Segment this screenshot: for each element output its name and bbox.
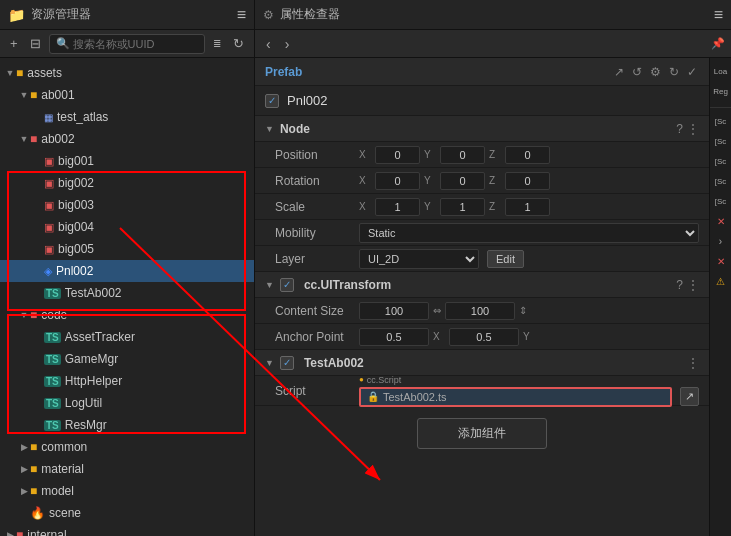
section-header-node[interactable]: ▼ Node ? ⋮ bbox=[255, 116, 709, 142]
ts-icon: TS bbox=[44, 354, 61, 365]
sidebar-reg-btn[interactable]: Reg bbox=[712, 82, 730, 100]
sidebar-error2-btn[interactable]: ✕ bbox=[712, 252, 730, 270]
tree-item-code[interactable]: ▼ ■ code bbox=[0, 304, 254, 326]
anchor-x[interactable] bbox=[359, 328, 429, 346]
pin-button[interactable]: 📌 bbox=[711, 37, 725, 50]
search-box[interactable]: 🔍 bbox=[49, 34, 205, 54]
uitransform-enabled-checkbox[interactable] bbox=[280, 278, 294, 292]
rotation-x[interactable] bbox=[375, 172, 420, 190]
delete-button[interactable]: ⊟ bbox=[26, 34, 45, 53]
tree-item-big003[interactable]: ▣ big003 bbox=[0, 194, 254, 216]
add-button[interactable]: + bbox=[6, 34, 22, 53]
tree-item-ab001[interactable]: ▼ ■ ab001 bbox=[0, 84, 254, 106]
y-label: Y bbox=[424, 149, 436, 160]
layer-dropdown[interactable]: UI_2D bbox=[359, 249, 479, 269]
tree-item-test-atlas[interactable]: ▦ test_atlas bbox=[0, 106, 254, 128]
folder-red-icon: ■ bbox=[30, 308, 37, 322]
sidebar-warning-btn[interactable]: ⚠ bbox=[712, 272, 730, 290]
sidebar-sc5-btn[interactable]: [Sc bbox=[712, 192, 730, 210]
search-input[interactable] bbox=[73, 38, 198, 50]
tree-item-big004[interactable]: ▣ big004 bbox=[0, 216, 254, 238]
position-z[interactable] bbox=[505, 146, 550, 164]
open-prefab-btn[interactable]: ↗ bbox=[612, 63, 626, 81]
section-header-uitransform[interactable]: ▼ cc.UITransform ? ⋮ bbox=[255, 272, 709, 298]
scale-y[interactable] bbox=[440, 198, 485, 216]
sidebar-arrow-btn[interactable]: › bbox=[712, 232, 730, 250]
refresh-button[interactable]: ↻ bbox=[229, 34, 248, 53]
section-header-testab002[interactable]: ▼ TestAb002 ⋮ bbox=[255, 350, 709, 376]
right-panel-hamburger[interactable]: ≡ bbox=[714, 6, 723, 24]
tree-item-scene[interactable]: 🔥 scene bbox=[0, 502, 254, 524]
tree-item-assettracker[interactable]: TS AssetTracker bbox=[0, 326, 254, 348]
item-label: code bbox=[41, 308, 67, 322]
position-y[interactable] bbox=[440, 146, 485, 164]
position-label: Position bbox=[275, 148, 355, 162]
mobility-label: Mobility bbox=[275, 226, 355, 240]
tree-item-common[interactable]: ▶ ■ common bbox=[0, 436, 254, 458]
sort-button[interactable]: ≣ bbox=[209, 36, 225, 51]
script-browse-button[interactable]: ↗ bbox=[680, 387, 699, 406]
scale-z[interactable] bbox=[505, 198, 550, 216]
folder-icon: ■ bbox=[30, 88, 37, 102]
content-size-h[interactable] bbox=[445, 302, 515, 320]
check-prefab-btn[interactable]: ✓ bbox=[685, 63, 699, 81]
layer-edit-button[interactable]: Edit bbox=[487, 250, 524, 268]
sidebar-error-btn[interactable]: ✕ bbox=[712, 212, 730, 230]
script-field[interactable]: 🔒 TestAb002.ts bbox=[359, 387, 672, 407]
tree-item-assets[interactable]: ▼ ■ assets bbox=[0, 62, 254, 84]
hamburger-menu[interactable]: ≡ bbox=[237, 6, 246, 24]
settings-prefab-btn[interactable]: ⚙ bbox=[648, 63, 663, 81]
tree-item-logutil[interactable]: TS LogUtil bbox=[0, 392, 254, 414]
sidebar-sc1-btn[interactable]: [Sc bbox=[712, 112, 730, 130]
tree-item-big001[interactable]: ▣ big001 bbox=[0, 150, 254, 172]
tree-item-testab002-file[interactable]: TS TestAb002 bbox=[0, 282, 254, 304]
item-label: LogUtil bbox=[65, 396, 102, 410]
prefab-blue-icon: ◈ bbox=[44, 265, 52, 278]
section-help-icon: ? bbox=[676, 278, 683, 292]
expand-icon: ▼ bbox=[4, 68, 16, 78]
item-label: assets bbox=[27, 66, 62, 80]
scale-row: Scale X Y Z bbox=[255, 194, 709, 220]
tree-item-internal[interactable]: ▶ ■ internal bbox=[0, 524, 254, 536]
tree-item-material[interactable]: ▶ ■ material bbox=[0, 458, 254, 480]
refresh-prefab-btn[interactable]: ↺ bbox=[630, 63, 644, 81]
prefab-icon: ▣ bbox=[44, 155, 54, 168]
z-label: Z bbox=[489, 149, 501, 160]
tree-item-pnl002[interactable]: ◈ Pnl002 bbox=[0, 260, 254, 282]
back-button[interactable]: ‹ bbox=[261, 34, 276, 54]
tree-item-gamemgr[interactable]: TS GameMgr bbox=[0, 348, 254, 370]
item-label: ab002 bbox=[41, 132, 74, 146]
tree-item-ab002[interactable]: ▼ ■ ab002 bbox=[0, 128, 254, 150]
rotation-label: Rotation bbox=[275, 174, 355, 188]
ts-icon: TS bbox=[44, 288, 61, 299]
sidebar-sc2-btn[interactable]: [Sc bbox=[712, 132, 730, 150]
script-value: TestAb002.ts bbox=[383, 391, 447, 403]
tree-item-big005[interactable]: ▣ big005 bbox=[0, 238, 254, 260]
tree-item-big002[interactable]: ▣ big002 bbox=[0, 172, 254, 194]
sidebar-sc4-btn[interactable]: [Sc bbox=[712, 172, 730, 190]
tree-item-resmgr[interactable]: TS ResMgr bbox=[0, 414, 254, 436]
atlas-icon: ▦ bbox=[44, 112, 53, 123]
testab002-enabled-checkbox[interactable] bbox=[280, 356, 294, 370]
node-enabled-checkbox[interactable] bbox=[265, 94, 279, 108]
rotation-y[interactable] bbox=[440, 172, 485, 190]
rotation-row: Rotation X Y Z bbox=[255, 168, 709, 194]
position-fields: X Y Z bbox=[359, 146, 699, 164]
section-help-icon: ? bbox=[676, 122, 683, 136]
ts-icon: TS bbox=[44, 420, 61, 431]
anchor-y[interactable] bbox=[449, 328, 519, 346]
sync-prefab-btn[interactable]: ↻ bbox=[667, 63, 681, 81]
rotation-z[interactable] bbox=[505, 172, 550, 190]
sidebar-sc3-btn[interactable]: [Sc bbox=[712, 152, 730, 170]
scale-x[interactable] bbox=[375, 198, 420, 216]
tree-item-httphelper[interactable]: TS HttpHelper bbox=[0, 370, 254, 392]
section-icons-uitransform: ? ⋮ bbox=[676, 278, 699, 292]
mobility-dropdown[interactable]: Static Dynamic bbox=[359, 223, 699, 243]
content-size-w[interactable] bbox=[359, 302, 429, 320]
add-component-button[interactable]: 添加组件 bbox=[417, 418, 547, 449]
tree-item-model[interactable]: ▶ ■ model bbox=[0, 480, 254, 502]
forward-button[interactable]: › bbox=[280, 34, 295, 54]
sidebar-load-btn[interactable]: Loa bbox=[712, 62, 730, 80]
inspector-panel: Prefab ↗ ↺ ⚙ ↻ ✓ Pnl002 ▼ Node ? ⋮ Po bbox=[255, 58, 709, 536]
position-x[interactable] bbox=[375, 146, 420, 164]
